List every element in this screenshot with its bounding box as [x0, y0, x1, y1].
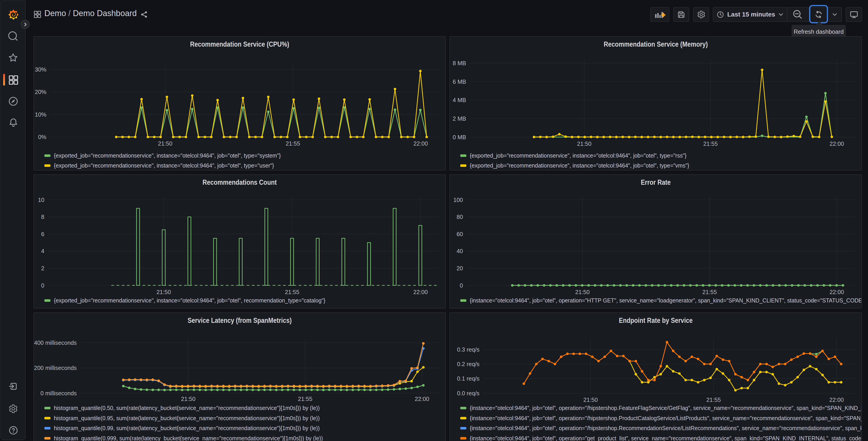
svg-text:21:55: 21:55 [707, 396, 721, 403]
svg-text:Service Latency (from SpanMetr: Service Latency (from SpanMetrics) [188, 317, 292, 324]
svg-text:6 MB: 6 MB [453, 78, 466, 85]
svg-text:{exported_job="recommendations: {exported_job="recommendationservice", i… [470, 152, 686, 159]
svg-text:22:00: 22:00 [829, 396, 844, 403]
svg-text:21:50: 21:50 [583, 396, 598, 403]
svg-text:Recommendations Count: Recommendations Count [203, 178, 277, 186]
svg-text:10: 10 [38, 197, 44, 203]
svg-text:0.3 req/s: 0.3 req/s [457, 346, 479, 352]
svg-text:22:00: 22:00 [413, 289, 428, 295]
svg-text:0.2 req/s: 0.2 req/s [457, 361, 479, 367]
svg-text:Error Rate: Error Rate [641, 178, 671, 186]
svg-text:0: 0 [460, 282, 463, 288]
svg-text:{instance="otelcol:9464", job=: {instance="otelcol:9464", job="otel", op… [470, 414, 862, 421]
svg-text:100: 100 [453, 197, 463, 203]
svg-text:21:55: 21:55 [298, 396, 312, 402]
svg-text:10%: 10% [35, 111, 46, 117]
svg-text:{instance="otelcol:9464", job=: {instance="otelcol:9464", job="otel", op… [470, 297, 862, 304]
svg-text:histogram_quantile(0.95, sum(r: histogram_quantile(0.95, sum(rate(latenc… [54, 414, 320, 421]
svg-text:4 MB: 4 MB [453, 97, 466, 103]
svg-text:0 MB: 0 MB [453, 134, 466, 140]
svg-text:21:55: 21:55 [702, 289, 717, 295]
svg-text:22:00: 22:00 [413, 140, 428, 147]
svg-text:60: 60 [457, 231, 463, 237]
svg-text:21:50: 21:50 [157, 289, 171, 295]
svg-text:40: 40 [457, 248, 463, 254]
svg-text:21:50: 21:50 [181, 396, 195, 402]
svg-text:0 milliseconds: 0 milliseconds [40, 390, 77, 396]
svg-text:200 milliseconds: 200 milliseconds [34, 365, 77, 371]
svg-text:Endpoint Rate by Service: Endpoint Rate by Service [619, 317, 693, 324]
svg-text:4: 4 [41, 248, 44, 254]
svg-text:21:50: 21:50 [158, 140, 173, 147]
svg-text:0.1 req/s: 0.1 req/s [457, 375, 479, 382]
svg-text:21:50: 21:50 [575, 289, 590, 295]
svg-text:21:50: 21:50 [577, 141, 591, 147]
svg-text:80: 80 [457, 214, 463, 220]
svg-text:histogram_quantile(0.99, sum(r: histogram_quantile(0.99, sum(rate(latenc… [54, 425, 320, 432]
svg-text:{exported_job="recommendations: {exported_job="recommendationservice", i… [470, 162, 689, 169]
svg-text:{instance="otelcol:9464", job=: {instance="otelcol:9464", job="otel", op… [470, 435, 862, 441]
svg-text:0%: 0% [38, 134, 46, 140]
svg-text:{exported_job="recommendations: {exported_job="recommendationservice", i… [54, 162, 274, 169]
svg-text:0.0 req/s: 0.0 req/s [457, 390, 479, 396]
svg-text:22:00: 22:00 [830, 289, 844, 295]
svg-text:2: 2 [41, 265, 44, 271]
svg-text:20%: 20% [35, 89, 46, 95]
svg-text:400 milliseconds: 400 milliseconds [34, 340, 77, 346]
svg-text:21:55: 21:55 [285, 289, 299, 295]
svg-text:{exported_job="recommendations: {exported_job="recommendationservice", i… [54, 297, 326, 304]
svg-text:Recommendation Service (CPU%): Recommendation Service (CPU%) [190, 40, 289, 48]
svg-text:22:00: 22:00 [415, 396, 429, 402]
svg-text:{instance="otelcol:9464", job=: {instance="otelcol:9464", job="otel", op… [470, 405, 862, 411]
svg-text:Recommendation Service (Memory: Recommendation Service (Memory) [604, 40, 708, 48]
svg-text:30%: 30% [35, 66, 46, 72]
svg-text:2 MB: 2 MB [453, 115, 466, 122]
svg-text:20: 20 [457, 265, 463, 271]
svg-text:histogram_quantile(0.50, sum(r: histogram_quantile(0.50, sum(rate(latenc… [54, 405, 320, 411]
svg-text:21:55: 21:55 [703, 141, 718, 147]
svg-text:0: 0 [41, 282, 44, 288]
svg-text:{exported_job="recommendations: {exported_job="recommendationservice", i… [54, 152, 281, 159]
svg-text:{instance="otelcol:9464", job=: {instance="otelcol:9464", job="otel", op… [470, 425, 862, 432]
svg-text:6: 6 [41, 231, 44, 237]
svg-text:8 MB: 8 MB [453, 60, 466, 66]
svg-text:histogram_quantile(0.999, sum(: histogram_quantile(0.999, sum(rate(laten… [54, 435, 323, 441]
svg-text:22:00: 22:00 [830, 141, 844, 147]
svg-text:8: 8 [41, 214, 44, 220]
svg-text:21:55: 21:55 [286, 140, 300, 147]
